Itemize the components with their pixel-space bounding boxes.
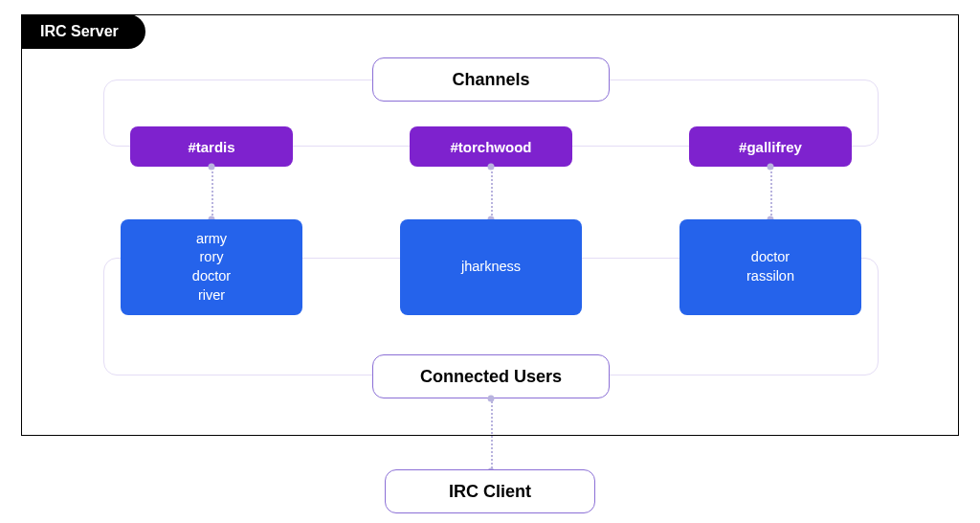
- users-tardis: army rory doctor river: [121, 219, 302, 315]
- users-list: army rory doctor river: [192, 230, 231, 305]
- connector-dot: [768, 164, 774, 171]
- channel-torchwood: #torchwood: [410, 126, 572, 167]
- irc-server-label: IRC Server: [21, 14, 145, 49]
- channel-label: #torchwood: [451, 139, 532, 155]
- channel-gallifrey: #gallifrey: [689, 126, 852, 167]
- irc-client-label: IRC Client: [385, 469, 595, 513]
- connector-dot: [209, 164, 215, 171]
- channel-label: #gallifrey: [739, 139, 802, 155]
- connector-dot: [488, 164, 495, 171]
- channel-tardis: #tardis: [130, 126, 293, 167]
- channels-label: Channels: [372, 57, 610, 102]
- users-list: doctor rassilon: [746, 248, 794, 285]
- connected-users-label: Connected Users: [372, 354, 610, 398]
- users-list: jharkness: [461, 258, 521, 277]
- connector-dot: [488, 396, 495, 402]
- connector: [212, 167, 213, 219]
- users-torchwood: jharkness: [400, 219, 582, 315]
- channel-label: #tardis: [188, 139, 234, 155]
- users-gallifrey: doctor rassilon: [679, 219, 861, 315]
- connector: [491, 398, 493, 471]
- connector: [770, 167, 772, 219]
- irc-server-box: IRC Server Channels #tardis #torchwood #…: [21, 14, 959, 436]
- connector: [491, 167, 493, 219]
